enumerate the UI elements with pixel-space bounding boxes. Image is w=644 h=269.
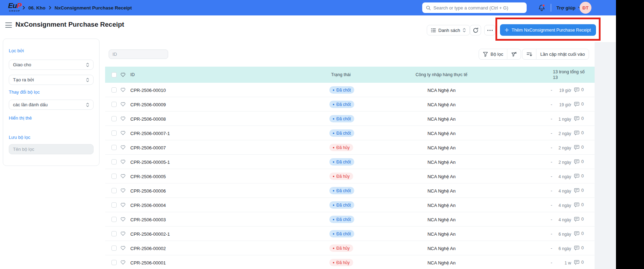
notifications-bell-icon[interactable] bbox=[537, 4, 546, 12]
row-id-link[interactable]: CPR-2506-00001 bbox=[130, 260, 166, 265]
like-filter-icon[interactable] bbox=[120, 72, 126, 78]
like-icon[interactable] bbox=[120, 144, 126, 150]
logo[interactable]: EuP GROUP bbox=[5, 1, 25, 12]
row-checkbox[interactable] bbox=[111, 188, 117, 193]
like-icon[interactable] bbox=[120, 260, 126, 265]
row-id-link[interactable]: CPR-2506-00009 bbox=[130, 102, 166, 107]
like-icon[interactable] bbox=[120, 101, 126, 107]
like-icon[interactable] bbox=[120, 231, 126, 236]
save-filter-link[interactable]: Lưu bộ lọc bbox=[9, 135, 94, 140]
comment-icon bbox=[574, 202, 580, 208]
tags-select[interactable]: các lần đánh dấu bbox=[9, 100, 94, 110]
like-icon[interactable] bbox=[120, 173, 126, 179]
clear-filter-button[interactable] bbox=[507, 49, 521, 59]
row-checkbox[interactable] bbox=[111, 246, 117, 251]
user-avatar[interactable]: ĐT bbox=[580, 2, 591, 14]
like-icon[interactable] bbox=[120, 202, 126, 208]
row-company: NCA Nghệ An bbox=[406, 188, 477, 194]
select-caret-icon bbox=[86, 102, 89, 108]
row-id-link[interactable]: CPR-2506-00002-1 bbox=[130, 231, 170, 237]
row-checkbox[interactable] bbox=[111, 174, 117, 179]
id-filter-input[interactable] bbox=[109, 49, 168, 59]
table-row[interactable]: CPR-2506-00007-1 Đã chốt NCA Nghệ An - 2… bbox=[105, 126, 595, 140]
edit-filters-link[interactable]: Thay đổi bộ lọc bbox=[9, 89, 94, 95]
status-badge: Đã chốt bbox=[329, 187, 354, 194]
row-id-link[interactable]: CPR-2506-00010 bbox=[130, 88, 166, 93]
comment-count: 0 bbox=[581, 116, 584, 121]
column-header-id[interactable]: ID bbox=[130, 72, 135, 77]
add-button-label: Thêm NxConsignment Purchase Receipt bbox=[512, 28, 591, 33]
table-row[interactable]: CPR-2506-00005 Đã hủy NCA Nghệ An - 4 ng… bbox=[105, 169, 595, 183]
assigned-to-select[interactable]: Giao cho bbox=[9, 60, 94, 70]
row-checkbox[interactable] bbox=[111, 231, 117, 236]
table-row[interactable]: CPR-2506-00008 Đã chốt NCA Nghệ An - 1 n… bbox=[105, 112, 595, 126]
column-header-company[interactable]: Công ty nhập hàng thực tế bbox=[406, 72, 477, 77]
like-icon[interactable] bbox=[120, 245, 126, 251]
plus-icon bbox=[505, 28, 509, 32]
status-label: Đã chốt bbox=[336, 102, 351, 107]
column-header-status[interactable]: Trạng thái bbox=[331, 72, 351, 77]
row-id-link[interactable]: CPR-2506-00002 bbox=[130, 246, 166, 251]
row-checkbox[interactable] bbox=[111, 159, 117, 164]
show-tags-link[interactable]: Hiển thị thẻ bbox=[9, 115, 94, 121]
row-id-link[interactable]: CPR-2506-00006 bbox=[130, 188, 166, 194]
sort-direction-button[interactable] bbox=[522, 49, 536, 59]
row-checkbox[interactable] bbox=[111, 260, 117, 265]
row-id-link[interactable]: CPR-2506-00007 bbox=[130, 145, 166, 150]
more-menu-button[interactable] bbox=[484, 25, 495, 35]
table-row[interactable]: CPR-2506-00007 Đã hủy NCA Nghệ An - 2 ng… bbox=[105, 140, 595, 155]
row-checkbox[interactable] bbox=[111, 202, 117, 208]
row-id-link[interactable]: CPR-2506-00005-1 bbox=[130, 160, 170, 165]
table-row[interactable]: CPR-2506-00002-1 Đã chốt NCA Nghệ An - 6… bbox=[105, 227, 595, 241]
row-checkbox[interactable] bbox=[111, 145, 117, 150]
row-checkbox[interactable] bbox=[111, 87, 117, 93]
table-row[interactable]: CPR-2506-00009 Đã chốt NCA Nghệ An - 19 … bbox=[105, 97, 595, 112]
view-switcher-button[interactable]: Danh sách bbox=[427, 25, 470, 35]
comment-count: 0 bbox=[581, 188, 584, 193]
like-icon[interactable] bbox=[120, 188, 126, 193]
help-menu[interactable]: Trợ giúp bbox=[556, 0, 582, 15]
like-icon[interactable] bbox=[120, 159, 126, 164]
created-by-select[interactable]: Tạo ra bởi bbox=[9, 75, 94, 85]
like-icon[interactable] bbox=[120, 87, 126, 93]
comment-count: 0 bbox=[581, 145, 584, 150]
table-row[interactable]: CPR-2506-00003 Đã chốt NCA Nghệ An - 4 n… bbox=[105, 212, 595, 227]
table-row[interactable]: CPR-2506-00006 Đã chốt NCA Nghệ An - 4 n… bbox=[105, 183, 595, 198]
row-id-link[interactable]: CPR-2506-00004 bbox=[130, 203, 166, 208]
add-document-button[interactable]: Thêm NxConsignment Purchase Receipt bbox=[500, 24, 596, 36]
search-input[interactable] bbox=[433, 5, 523, 11]
filter-button[interactable]: Bộ lọc bbox=[479, 49, 507, 59]
row-checkbox[interactable] bbox=[111, 130, 117, 136]
status-label: Đã hủy bbox=[336, 260, 350, 265]
row-id-link[interactable]: CPR-2506-00007-1 bbox=[130, 131, 170, 136]
breadcrumb-item-doctype[interactable]: NxConsignment Purchase Receipt bbox=[55, 5, 132, 11]
sidebar-toggle-icon[interactable] bbox=[5, 22, 12, 28]
filter-by-link[interactable]: Lọc bởi bbox=[9, 48, 94, 53]
like-icon[interactable] bbox=[120, 216, 126, 222]
row-comment-count: 0 bbox=[574, 188, 584, 193]
comment-icon bbox=[574, 173, 580, 179]
assigned-to-value: Giao cho bbox=[13, 62, 31, 67]
row-id-link[interactable]: CPR-2506-00003 bbox=[130, 217, 166, 222]
refresh-button[interactable] bbox=[470, 25, 481, 35]
row-id-link[interactable]: CPR-2506-00008 bbox=[130, 116, 166, 122]
row-checkbox[interactable] bbox=[111, 217, 117, 222]
row-checkbox[interactable] bbox=[111, 102, 117, 107]
table-row[interactable]: CPR-2506-00005-1 Đã chốt NCA Nghệ An - 2… bbox=[105, 155, 595, 169]
table-row[interactable]: CPR-2506-00004 Đã chốt NCA Nghệ An - 4 n… bbox=[105, 198, 595, 212]
row-company: NCA Nghệ An bbox=[406, 145, 477, 150]
comment-count: 0 bbox=[581, 260, 584, 265]
sort-field-button[interactable]: Lần cập nhật cuối vào bbox=[536, 49, 589, 59]
status-dot-icon bbox=[333, 176, 334, 177]
select-all-checkbox[interactable] bbox=[111, 72, 117, 78]
breadcrumb-item-module[interactable]: 06. Kho bbox=[28, 5, 46, 11]
filter-name-input[interactable] bbox=[9, 144, 94, 154]
row-checkbox[interactable] bbox=[111, 116, 117, 121]
global-search[interactable] bbox=[422, 2, 527, 13]
table-row[interactable]: CPR-2506-00002 Đã hủy NCA Nghệ An - 6 ng… bbox=[105, 241, 595, 255]
table-row[interactable]: CPR-2506-00001 Đã hủy NCA Nghệ An - 1 w … bbox=[105, 255, 595, 269]
row-id-link[interactable]: CPR-2506-00005 bbox=[130, 174, 166, 179]
like-icon[interactable] bbox=[120, 116, 126, 121]
table-row[interactable]: CPR-2506-00010 Đã chốt NCA Nghệ An - 19 … bbox=[105, 83, 595, 97]
like-icon[interactable] bbox=[120, 130, 126, 136]
